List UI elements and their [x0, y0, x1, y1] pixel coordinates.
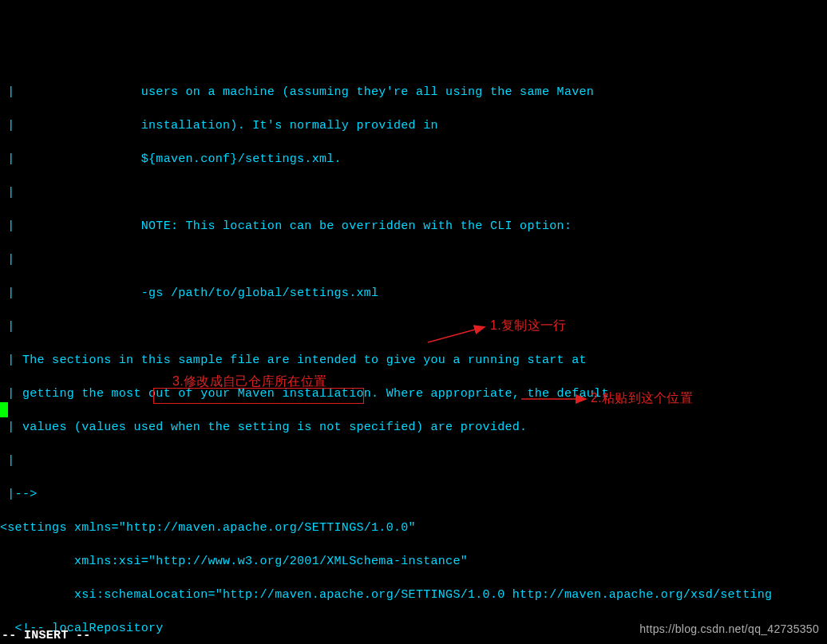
code-line: | — [0, 452, 827, 469]
code-line: | ${maven.conf}/settings.xml. — [0, 151, 827, 168]
code-line: xsi:schemaLocation="http://maven.apache.… — [0, 587, 827, 603]
annotation-copy-line: 1.复制这一行 — [490, 317, 566, 334]
watermark-text: https://blog.csdn.net/qq_42735350 — [639, 622, 819, 638]
code-line: | users on a machine (assuming they're a… — [0, 84, 827, 101]
code-line: | — [0, 251, 827, 268]
code-line: | — [0, 318, 827, 335]
highlight-box — [153, 388, 364, 404]
code-line: |--> — [0, 486, 827, 503]
code-line: | NOTE: This location can be overridden … — [0, 218, 827, 235]
code-line: | -gs /path/to/global/settings.xml — [0, 285, 827, 302]
text-cursor — [0, 402, 8, 417]
code-line: <settings xmlns="http://maven.apache.org… — [0, 520, 827, 536]
code-line: | installation). It's normally provided … — [0, 117, 827, 134]
annotation-paste-here: 2.粘贴到这个位置 — [591, 389, 693, 407]
code-line: | getting the most out of your Maven ins… — [0, 385, 827, 402]
arrow-1-icon — [425, 325, 489, 349]
svg-line-1 — [428, 327, 484, 342]
code-line: xmlns:xsi="http://www.w3.org/2001/XMLSch… — [0, 553, 827, 570]
terminal-editor[interactable]: | users on a machine (assuming they're a… — [0, 67, 827, 644]
code-line: | — [0, 184, 827, 201]
code-line: | The sections in this sample file are i… — [0, 352, 827, 369]
arrow-2-icon — [519, 394, 591, 404]
code-line: | values (values used when the setting i… — [0, 419, 827, 436]
